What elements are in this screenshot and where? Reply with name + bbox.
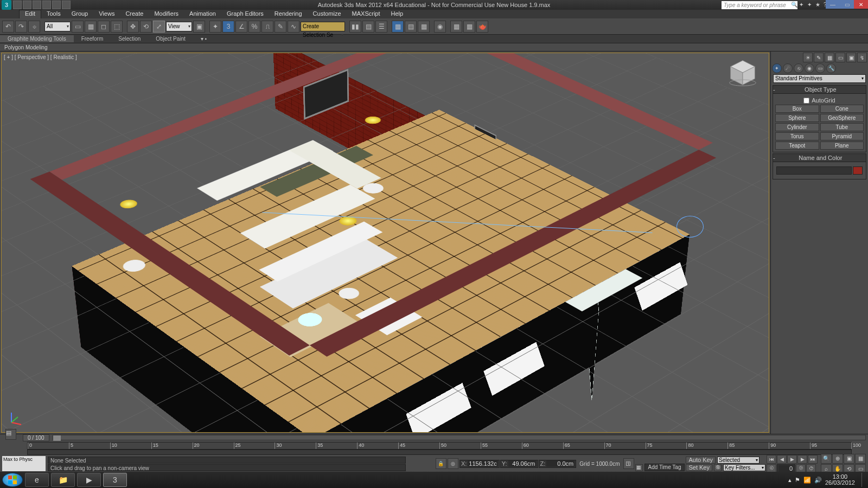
object-color-swatch[interactable] (853, 166, 863, 175)
app-menu-icon[interactable]: 3 (2, 0, 11, 10)
open-icon[interactable] (23, 1, 31, 9)
object-name-input[interactable] (776, 166, 852, 175)
select-object-icon[interactable]: ▭ (72, 21, 84, 33)
tray-volume-icon[interactable]: 🔊 (814, 477, 822, 484)
menu-animation[interactable]: Animation (184, 10, 221, 18)
window-crossing-icon[interactable]: ⬚ (111, 21, 123, 33)
play-icon[interactable]: ▶ (787, 455, 797, 464)
task-ie[interactable]: e (25, 473, 49, 487)
graphite-toggle-icon[interactable]: ▦ (392, 21, 404, 33)
task-wmp[interactable]: ▶ (77, 473, 101, 487)
task-explorer[interactable]: 📁 (51, 473, 75, 487)
menu-grapheditors[interactable]: Graph Editors (221, 10, 269, 18)
zoom-extents-icon[interactable]: ▣ (844, 454, 854, 464)
select-rect-icon[interactable]: ◻ (98, 21, 110, 33)
ribbon-panel-polygon[interactable]: Polygon Modeling (0, 43, 868, 52)
primitive-plane[interactable]: Plane (820, 142, 864, 150)
new-icon[interactable] (13, 1, 22, 9)
time-slider-label[interactable]: 0 / 100 (23, 434, 49, 441)
ribbon-tab-objectpaint[interactable]: Object Paint (148, 35, 193, 42)
viewcube[interactable] (727, 57, 758, 88)
exchange-icon[interactable]: ✦ (807, 2, 814, 8)
tray-clock[interactable]: 13:0026/03/2012 (825, 474, 855, 486)
rollout-object-type[interactable]: -Object Type (773, 85, 866, 94)
primitive-cone[interactable]: Cone (820, 105, 864, 113)
primitive-box[interactable]: Box (775, 105, 819, 113)
minimize-button[interactable]: — (826, 0, 840, 9)
zoom-all-icon[interactable]: ⊕ (832, 454, 843, 464)
ribbon-tab-graphite[interactable]: Graphite Modeling Tools (0, 35, 74, 42)
rotate-icon[interactable]: ⟲ (140, 21, 152, 33)
subscription-icon[interactable]: ✦ (799, 2, 806, 8)
close-button[interactable]: ✕ (854, 0, 868, 9)
next-frame-icon[interactable]: ▶ (797, 455, 807, 464)
menu-modifiers[interactable]: Modifiers (149, 10, 184, 18)
menu-maxscript[interactable]: MAXScript (347, 10, 386, 18)
primitive-cylinder[interactable]: Cylinder (775, 123, 819, 131)
manipulate-icon[interactable]: ✦ (209, 21, 221, 33)
curve-editor-launch-icon[interactable]: ▤ (405, 21, 417, 33)
primitive-teapot[interactable]: Teapot (775, 142, 819, 150)
show-desktop-button[interactable] (861, 473, 866, 487)
save-icon[interactable] (33, 1, 41, 9)
undo-icon[interactable] (42, 1, 51, 9)
isolate-icon[interactable]: ◎ (448, 458, 458, 469)
time-ruler[interactable]: 0510152025303540455055606570758085909510… (27, 442, 852, 450)
snap-toggle-icon[interactable]: 3 (222, 21, 234, 33)
autogrid-checkbox[interactable] (803, 98, 809, 104)
ribbon-expand-icon[interactable]: ▾ ▪ (193, 35, 214, 42)
selection-lock-icon[interactable]: 🔒 (436, 458, 446, 469)
search-go-icon[interactable]: 🔍 (791, 2, 797, 8)
align-icon[interactable]: ▤ (362, 21, 374, 33)
undo-icon[interactable]: ↶ (2, 21, 14, 33)
task-3dsmax[interactable]: 3 (103, 473, 127, 487)
render-icon[interactable]: 🫖 (476, 21, 488, 33)
menu-tools[interactable]: Tools (41, 10, 66, 18)
perspective-viewport[interactable]: [ + ] [ Perspective ] [ Realistic ] (1, 53, 769, 433)
redo-icon[interactable] (52, 1, 61, 9)
prev-frame-icon[interactable]: ◀ (777, 455, 787, 464)
tray-network-icon[interactable]: 📶 (803, 477, 811, 484)
create-tab-icon[interactable]: ✦ (772, 63, 782, 73)
utilities-tab-icon[interactable]: 🔧 (826, 63, 836, 73)
add-time-tag[interactable]: Add Time Tag (644, 464, 685, 471)
coord-z[interactable]: Z:0.0cm (539, 460, 577, 468)
menu-views[interactable]: Views (93, 10, 120, 18)
viewport-config-icon[interactable]: ▣ (846, 53, 856, 62)
menu-rendering[interactable]: Rendering (269, 10, 308, 18)
link-icon[interactable]: ⟐ (28, 21, 40, 33)
render-frame-icon[interactable]: ▦ (463, 21, 475, 33)
mirror-icon[interactable]: ▮▮ (349, 21, 361, 33)
start-button[interactable] (2, 473, 23, 487)
coord-x[interactable]: X:1156.132c (459, 460, 500, 468)
menu-group[interactable]: Group (66, 10, 94, 18)
primitive-pyramid[interactable]: Pyramid (820, 132, 864, 140)
tray-flag-icon[interactable]: ⚑ (795, 477, 800, 484)
maximize-button[interactable]: ▭ (840, 0, 854, 9)
autokey-button[interactable]: Auto Key (686, 457, 716, 464)
curve-editor-icon[interactable]: ∿ (288, 21, 299, 33)
trackbar[interactable] (27, 450, 852, 455)
render-setup-icon[interactable]: ▦ (450, 21, 462, 33)
setkey-large-icon[interactable]: ⦿ (714, 464, 722, 471)
trackbar-filter-icon[interactable]: ▤ (5, 429, 16, 440)
selection-filter-dropdown[interactable]: All (44, 22, 71, 31)
percent-snap-icon[interactable]: % (248, 21, 260, 33)
menu-help[interactable]: Help (386, 10, 409, 18)
scale-icon[interactable]: ⤢ (153, 21, 165, 33)
display-tab-icon[interactable]: ▭ (815, 63, 825, 73)
menu-edit[interactable]: Edit (19, 10, 41, 18)
favorites-icon[interactable]: ★ (815, 2, 822, 8)
material-editor-icon[interactable]: ◉ (434, 21, 446, 33)
primitive-geosphere[interactable]: GeoSphere (820, 114, 864, 122)
zoom-extents-all-icon[interactable]: ▦ (855, 454, 866, 464)
rollout-name-color[interactable]: -Name and Color (773, 153, 866, 162)
safe-frame-icon[interactable]: ▭ (835, 53, 845, 62)
angle-snap-icon[interactable]: ∠ (235, 21, 247, 33)
pivot-icon[interactable]: ▣ (193, 21, 205, 33)
camera-gizmo[interactable] (676, 216, 704, 237)
coord-y[interactable]: Y:49.06cm (500, 460, 538, 468)
spinner-snap-icon[interactable]: ⎍ (261, 21, 273, 33)
select-name-icon[interactable]: ▦ (85, 21, 97, 33)
edit-selection-icon[interactable]: ✎ (275, 21, 286, 33)
